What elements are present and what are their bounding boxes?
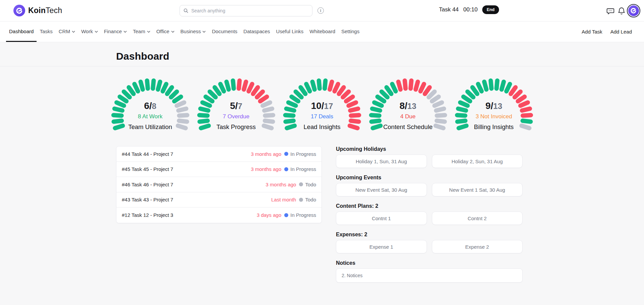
task-title: #46 Task 46 - Project 7 — [122, 182, 266, 187]
upcoming-holidays-section: Upcoming Holidays Holiday 1, Sun, 31 Aug… — [336, 146, 523, 168]
recent-tasks-card: #44 Task 44 - Project 7 3 months ago In … — [116, 146, 322, 223]
page-head: Dashboard — [0, 42, 644, 66]
section-heading: Content Plans: 2 — [336, 203, 523, 209]
search-bar — [180, 5, 312, 16]
expense-card[interactable]: Expense 2 — [432, 240, 523, 253]
brand-logo[interactable]: KoinTech — [13, 5, 62, 16]
task-row[interactable]: #45 Task 45 - Project 7 3 months ago In … — [116, 162, 321, 177]
holiday-card[interactable]: Holiday 2, Sun, 31 Aug — [432, 155, 523, 168]
gauge-billing-insights: 9/13 3 Not Invoiced Billing Insights — [454, 76, 534, 133]
status-dot — [299, 198, 303, 202]
chevron-down-icon — [202, 30, 206, 33]
chat-icon[interactable] — [606, 7, 615, 15]
gauge-sublabel: 3 Not Invoiced — [454, 113, 534, 120]
chevron-down-icon — [123, 30, 127, 33]
chevron-down-icon — [171, 30, 175, 33]
task-time: 3 days ago — [257, 212, 281, 218]
task-time: 3 months ago — [251, 166, 281, 172]
timer-clock: 00:10 — [463, 6, 478, 13]
holiday-card[interactable]: Holiday 1, Sun, 31 Aug — [336, 155, 427, 168]
add-lead-button[interactable]: Add Lead — [606, 21, 636, 42]
chevron-down-icon — [95, 30, 98, 33]
logo-icon — [13, 5, 25, 16]
nav-item-office[interactable]: Office — [153, 21, 178, 42]
gauge-value: 10/17 — [282, 101, 362, 111]
chevron-down-icon — [72, 30, 75, 33]
user-avatar[interactable] — [627, 4, 640, 17]
notice-card[interactable]: 2. Notices — [336, 268, 523, 283]
section-heading: Upcoming Events — [336, 175, 523, 181]
nav-item-crm[interactable]: CRM — [56, 21, 78, 42]
task-status: In Progress — [290, 166, 316, 172]
content-plan-card[interactable]: Contnt 1 — [336, 211, 427, 225]
task-row[interactable]: #44 Task 44 - Project 7 3 months ago In … — [116, 146, 321, 162]
gauge-sublabel: 7 Overdue — [196, 113, 277, 120]
avatar-logo-icon — [628, 5, 639, 16]
gauge-sublabel: 4 Due — [368, 113, 448, 120]
app-header: KoinTech i Task 44 00:10 End — [0, 0, 644, 21]
page-title: Dashboard — [116, 51, 169, 66]
section-heading: Upcoming Holidays — [336, 146, 523, 152]
gauge-value: 5/7 — [196, 101, 277, 111]
task-title: #12 Task 12 - Project 3 — [122, 212, 257, 218]
nav-item-work[interactable]: Work — [78, 21, 101, 42]
kpi-gauges-row: 6/8 8 At Work Team Utilization 5/7 7 Ove… — [0, 76, 644, 133]
content-plans-section: Content Plans: 2 Contnt 1 Contnt 2 — [336, 203, 523, 225]
task-title: #43 Task 43 - Project 7 — [122, 197, 271, 202]
upcoming-events-section: Upcoming Events New Event Sat, 30 Aug Ne… — [336, 175, 523, 196]
dashboard-content: #44 Task 44 - Project 7 3 months ago In … — [116, 146, 523, 289]
search-icon — [183, 8, 189, 13]
gauge-task-progress: 5/7 7 Overdue Task Progress — [196, 76, 277, 133]
task-time: Last month — [271, 197, 296, 202]
timer-task-label: Task 44 — [439, 6, 459, 13]
gauge-content-schedule: 8/13 4 Due Content Schedule — [368, 76, 448, 133]
task-status: Todo — [305, 197, 316, 202]
section-heading: Notices — [336, 260, 523, 266]
task-title: #45 Task 45 - Project 7 — [122, 166, 251, 172]
gauge-title: Content Schedule — [368, 123, 448, 131]
task-time: 3 months ago — [266, 182, 296, 187]
status-dot — [284, 167, 288, 171]
task-status: Todo — [305, 182, 316, 187]
gauge-value: 8/13 — [368, 101, 448, 111]
nav-item-tasks[interactable]: Tasks — [37, 21, 55, 42]
gauge-team-utilization: 6/8 8 At Work Team Utilization — [110, 76, 191, 133]
info-icon[interactable]: i — [317, 7, 324, 14]
content-plan-card[interactable]: Contnt 2 — [432, 211, 523, 225]
nav-item-business[interactable]: Business — [178, 21, 209, 42]
gauge-title: Task Progress — [196, 123, 277, 131]
nav-item-whiteboard[interactable]: Whiteboard — [306, 21, 338, 42]
status-dot — [284, 213, 288, 217]
search-input[interactable] — [191, 8, 309, 13]
event-card[interactable]: New Event Sat, 30 Aug — [336, 183, 427, 196]
gauge-lead-insights: 10/17 17 Deals Lead Insights — [282, 76, 362, 133]
nav-item-settings[interactable]: Settings — [338, 21, 362, 42]
gauge-sublabel: 8 At Work — [110, 113, 191, 120]
gauge-sublabel: 17 Deals — [282, 113, 362, 120]
gauge-value: 6/8 — [110, 101, 191, 111]
task-row[interactable]: #46 Task 46 - Project 7 3 months ago Tod… — [116, 177, 321, 192]
status-dot — [284, 152, 288, 156]
gauge-title: Team Utilization — [110, 123, 191, 131]
section-heading: Expenses: 2 — [336, 232, 523, 238]
end-timer-button[interactable]: End — [482, 5, 499, 14]
gauge-value: 9/13 — [454, 101, 534, 111]
nav-item-documents[interactable]: Documents — [209, 21, 240, 42]
nav-item-finance[interactable]: Finance — [101, 21, 130, 42]
event-card[interactable]: New Event 1 Sat, 30 Aug — [432, 183, 523, 196]
main-nav: Dashboard Tasks CRM Work Finance Team Of… — [0, 21, 644, 42]
expense-card[interactable]: Expense 1 — [336, 240, 427, 253]
task-status: In Progress — [290, 151, 316, 157]
task-time: 3 months ago — [251, 151, 281, 157]
gauge-title: Billing Insights — [454, 123, 534, 131]
nav-item-dataspaces[interactable]: Dataspaces — [240, 21, 273, 42]
task-timer: Task 44 00:10 End — [439, 5, 499, 14]
nav-item-dashboard[interactable]: Dashboard — [6, 21, 37, 42]
add-task-button[interactable]: Add Task — [578, 21, 606, 42]
nav-item-team[interactable]: Team — [130, 21, 153, 42]
task-row[interactable]: #12 Task 12 - Project 3 3 days ago In Pr… — [116, 207, 321, 223]
bell-icon[interactable] — [617, 7, 626, 15]
task-title: #44 Task 44 - Project 7 — [122, 151, 251, 157]
nav-item-useful-links[interactable]: Useful Links — [273, 21, 307, 42]
task-row[interactable]: #43 Task 43 - Project 7 Last month Todo — [116, 192, 321, 208]
